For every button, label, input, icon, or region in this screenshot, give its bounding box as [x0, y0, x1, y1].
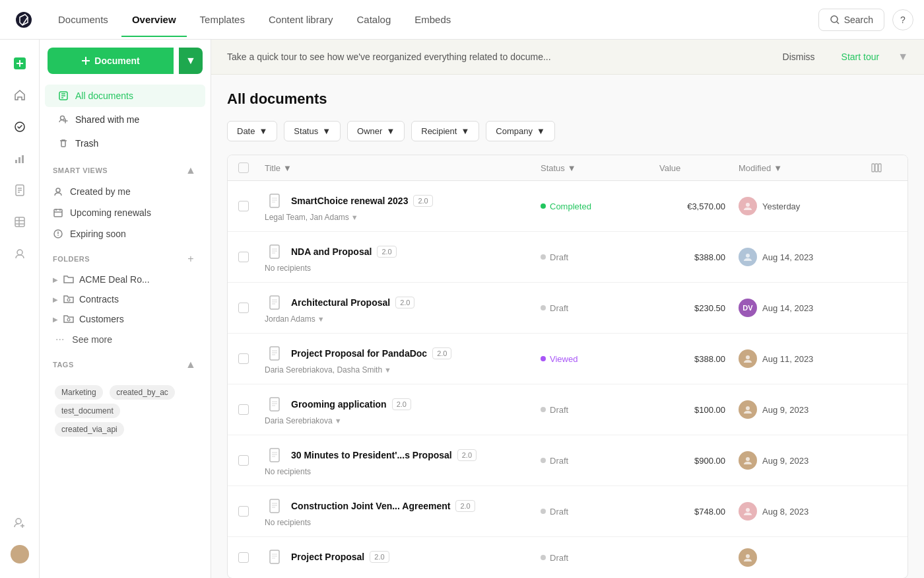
filter-date[interactable]: Date ▼ — [227, 121, 277, 141]
recipient-chevron[interactable]: ▼ — [335, 417, 342, 425]
tags-collapse-icon[interactable]: ▲ — [184, 358, 197, 371]
status-dot — [541, 407, 546, 412]
filter-owner[interactable]: Owner ▼ — [347, 121, 405, 141]
tag-created-via-api[interactable]: created_via_api — [55, 422, 124, 437]
smart-view-created-by-me-label: Created by me — [70, 186, 131, 197]
doc-version-badge: 2.0 — [432, 347, 451, 359]
start-tour-button[interactable]: Start tour — [834, 48, 888, 66]
help-button[interactable]: ? — [892, 9, 913, 30]
tag-test-document[interactable]: test_document — [55, 404, 120, 418]
header-modified-cell[interactable]: Modified ▼ — [739, 163, 871, 173]
svg-point-40 — [67, 299, 70, 301]
status-dot — [541, 305, 546, 310]
nav-tab-overview[interactable]: Overview — [121, 9, 187, 30]
recipient-chevron[interactable]: ▼ — [384, 366, 391, 374]
table-row[interactable]: Project Proposal for PandaDoc 2.0 Daria … — [228, 334, 908, 384]
doc-title-text: Project Proposal for PandaDoc — [291, 348, 427, 359]
row-checkbox[interactable] — [238, 455, 265, 466]
nav-item-trash[interactable]: Trash — [45, 132, 205, 155]
table-row[interactable]: Grooming application 2.0 Daria Serebriak… — [228, 384, 908, 435]
avatar — [739, 400, 757, 419]
status-badge: Draft — [541, 405, 659, 415]
table-row[interactable]: Project Proposal 2.0 Draft — [228, 537, 908, 578]
search-button[interactable]: Search — [818, 9, 884, 31]
sidebar-icon-add-user[interactable] — [7, 509, 33, 536]
header-columns-icon[interactable] — [871, 162, 897, 174]
sidebar-icon-contacts[interactable] — [7, 240, 33, 267]
status-badge: Draft — [541, 507, 659, 517]
table-row[interactable]: Architectural Proposal 2.0 Jordan Adams … — [228, 283, 908, 334]
new-document-main-button[interactable]: Document — [48, 48, 174, 74]
folder-item-acme[interactable]: ▶ ACME Deal Ro... — [40, 270, 211, 289]
nav-item-all-documents[interactable]: All documents — [45, 85, 205, 107]
svg-line-3 — [837, 22, 839, 24]
select-all-checkbox[interactable] — [238, 163, 249, 173]
nav-tab-content-library[interactable]: Content library — [258, 9, 344, 30]
folder-item-contracts-label: Contracts — [79, 294, 119, 305]
smart-view-expiring-soon[interactable]: Expiring soon — [40, 223, 211, 244]
folders-add-icon[interactable]: + — [184, 252, 197, 266]
nav-tab-documents[interactable]: Documents — [48, 9, 119, 30]
nav-item-shared-with-me[interactable]: Shared with me — [45, 108, 205, 131]
sidebar-icon-table[interactable] — [7, 209, 33, 235]
new-document-dropdown-button[interactable]: ▼ — [179, 48, 203, 74]
row-checkbox[interactable] — [238, 201, 265, 211]
folder-item-customers-label: Customers — [79, 314, 124, 324]
doc-sub-text: Jordan Adams ▼ — [265, 314, 541, 324]
doc-value: €3,570.00 — [659, 201, 739, 211]
see-more-button[interactable]: ··· See more — [40, 329, 211, 350]
table-row[interactable]: 30 Minutes to President'...s Proposal 2.… — [228, 435, 908, 486]
smart-view-upcoming-renewals-label: Upcoming renewals — [70, 207, 151, 218]
modified-cell: Aug 9, 2023 — [739, 451, 871, 470]
row-checkbox[interactable] — [238, 353, 265, 364]
row-checkbox[interactable] — [238, 506, 265, 517]
row-checkbox[interactable] — [238, 252, 265, 262]
svg-point-68 — [746, 406, 750, 410]
tour-banner-expand-icon[interactable]: ▼ — [898, 51, 908, 63]
smart-views-collapse-icon[interactable]: ▲ — [184, 164, 197, 177]
nav-tab-templates[interactable]: Templates — [189, 9, 255, 30]
sidebar-icon-home[interactable] — [7, 82, 33, 108]
row-checkbox[interactable] — [238, 303, 265, 313]
svg-rect-43 — [875, 164, 878, 172]
sidebar-icon-add[interactable] — [7, 50, 33, 77]
sidebar-icon-profile[interactable] — [7, 541, 33, 567]
smart-view-created-by-me[interactable]: Created by me — [40, 181, 211, 202]
recipient-chevron[interactable]: ▼ — [351, 213, 358, 221]
app-logo[interactable] — [11, 7, 37, 33]
status-badge: Draft — [541, 252, 659, 262]
doc-title-text: Project Proposal — [291, 552, 364, 562]
left-panel: Document ▼ All documents Shared with me … — [40, 40, 211, 578]
doc-value: $230.50 — [659, 303, 739, 313]
nav-tab-embeds[interactable]: Embeds — [404, 9, 461, 30]
folder-item-contracts[interactable]: ▶ Contracts — [40, 289, 211, 309]
dismiss-button[interactable]: Dismiss — [775, 48, 823, 66]
tag-created-by-ac[interactable]: created_by_ac — [110, 385, 175, 400]
row-checkbox[interactable] — [238, 552, 265, 563]
doc-sub-text: Legal Team, Jan Adams ▼ — [265, 213, 541, 222]
header-title-cell[interactable]: Title ▼ — [265, 163, 541, 173]
recipient-chevron[interactable]: ▼ — [317, 315, 325, 323]
nav-tab-catalog[interactable]: Catalog — [346, 9, 402, 30]
filter-company[interactable]: Company ▼ — [486, 121, 555, 141]
folder-item-customers[interactable]: ▶ Customers — [40, 309, 211, 329]
tag-marketing[interactable]: Marketing — [55, 385, 103, 400]
table-row[interactable]: SmartChoice renewal 2023 2.0 Legal Team,… — [228, 181, 908, 232]
sidebar-icon-documents[interactable] — [7, 177, 33, 203]
doc-name: Construction Joint Ven... Agreement 2.0 — [265, 495, 541, 517]
svg-rect-79 — [270, 550, 279, 563]
status-badge: Draft — [541, 456, 659, 466]
table-body: SmartChoice renewal 2023 2.0 Legal Team,… — [228, 181, 908, 578]
smart-view-upcoming-renewals[interactable]: Upcoming renewals — [40, 202, 211, 223]
header-checkbox-cell — [238, 163, 265, 173]
svg-point-63 — [746, 355, 750, 359]
filter-recipient[interactable]: Recipient ▼ — [411, 121, 479, 141]
table-row[interactable]: Construction Joint Ven... Agreement 2.0 … — [228, 486, 908, 537]
filter-status[interactable]: Status ▼ — [284, 121, 341, 141]
sidebar-icon-analytics[interactable] — [7, 145, 33, 172]
sidebar-icon-tasks[interactable] — [7, 114, 33, 140]
doc-name: NDA and Proposal 2.0 — [265, 241, 541, 262]
header-status-cell[interactable]: Status ▼ — [541, 163, 659, 173]
row-checkbox[interactable] — [238, 404, 265, 415]
table-row[interactable]: NDA and Proposal 2.0 No recipients Draft… — [228, 232, 908, 283]
